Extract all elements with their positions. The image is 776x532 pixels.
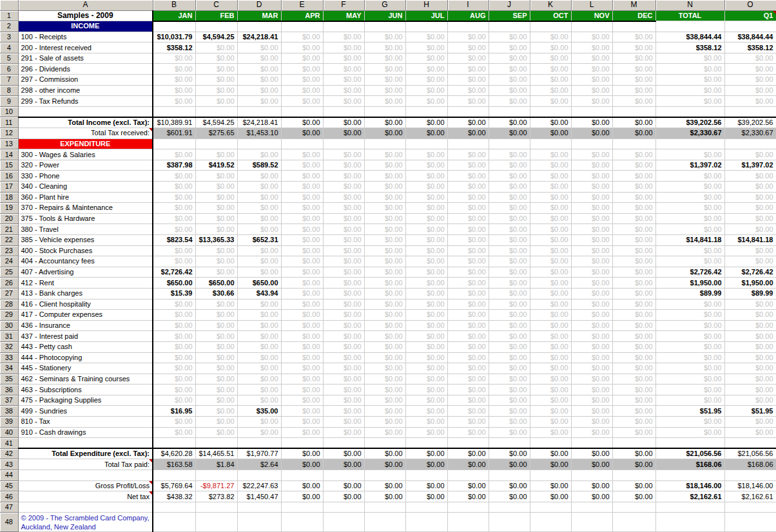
cell-F6[interactable]: $0.00 xyxy=(323,64,364,75)
cell-D35[interactable]: $0.00 xyxy=(237,374,281,385)
cell-M33[interactable]: $0.00 xyxy=(612,352,655,363)
cell-F31[interactable]: $0.00 xyxy=(323,331,364,342)
cell-M9[interactable]: $0.00 xyxy=(612,96,655,107)
cell-C3[interactable]: $4,594.25 xyxy=(195,32,237,43)
cell-F37[interactable]: $0.00 xyxy=(323,395,364,406)
cell-H26[interactable]: $0.00 xyxy=(405,278,447,289)
cell-N9[interactable]: $0.00 xyxy=(655,96,724,107)
cell-K3[interactable]: $0.00 xyxy=(530,32,571,43)
row-header-1[interactable]: 1 xyxy=(0,10,18,21)
cell-G36[interactable]: $0.00 xyxy=(364,385,405,395)
cell-I45[interactable]: $0.00 xyxy=(447,480,489,491)
cell-J41[interactable] xyxy=(489,438,530,449)
cell-N14[interactable]: $0.00 xyxy=(655,149,724,160)
cell-E31[interactable]: $0.00 xyxy=(281,331,323,342)
cell-H35[interactable]: $0.00 xyxy=(405,374,447,385)
cell-L25[interactable]: $0.00 xyxy=(571,267,612,278)
cell-J12[interactable]: $0.00 xyxy=(489,128,530,139)
cell-H4[interactable]: $0.00 xyxy=(405,43,447,53)
cell-I47[interactable] xyxy=(447,502,489,513)
cell-B24[interactable]: $0.00 xyxy=(153,256,195,267)
cell-C19[interactable]: $0.00 xyxy=(195,203,237,214)
cell-A30[interactable]: 436 - Insurance xyxy=(18,320,153,331)
cell-E14[interactable]: $0.00 xyxy=(281,149,323,160)
cell-M43[interactable]: $0.00 xyxy=(612,459,655,470)
cell-M20[interactable]: $0.00 xyxy=(612,213,655,224)
cell-G16[interactable]: $0.00 xyxy=(364,171,405,182)
row-header-10[interactable]: 10 xyxy=(0,106,18,117)
cell-G39[interactable]: $0.00 xyxy=(364,417,405,428)
cell-J23[interactable]: $0.00 xyxy=(489,245,530,256)
cell-H3[interactable]: $0.00 xyxy=(405,32,447,43)
cell-F32[interactable]: $0.00 xyxy=(323,341,364,352)
cell-B2[interactable] xyxy=(153,21,195,32)
cell-C9[interactable]: $0.00 xyxy=(195,96,237,107)
cell-O18[interactable]: $0.00 xyxy=(724,192,776,203)
cell-C35[interactable]: $0.00 xyxy=(195,374,237,385)
cell-C5[interactable]: $0.00 xyxy=(195,53,237,64)
cell-H6[interactable]: $0.00 xyxy=(405,64,447,75)
cell-E39[interactable]: $0.00 xyxy=(281,417,323,428)
cell-F40[interactable]: $0.00 xyxy=(323,427,364,438)
cell-H34[interactable]: $0.00 xyxy=(405,363,447,374)
cell-B10[interactable] xyxy=(153,106,195,117)
cell-H47[interactable] xyxy=(405,502,447,513)
cell-N35[interactable]: $0.00 xyxy=(655,374,724,385)
cell-D40[interactable]: $0.00 xyxy=(237,427,281,438)
cell-D39[interactable]: $0.00 xyxy=(237,417,281,428)
cell-F11[interactable]: $0.00 xyxy=(323,117,364,128)
row-header-4[interactable]: 4 xyxy=(0,43,18,53)
cell-F8[interactable]: $0.00 xyxy=(323,85,364,96)
cell-C32[interactable]: $0.00 xyxy=(195,341,237,352)
cell-E32[interactable]: $0.00 xyxy=(281,341,323,352)
cell-H15[interactable]: $0.00 xyxy=(405,160,447,171)
cell-C40[interactable]: $0.00 xyxy=(195,427,237,438)
cell-I22[interactable]: $0.00 xyxy=(447,234,489,245)
cell-I6[interactable]: $0.00 xyxy=(447,64,489,75)
cell-A42[interactable]: Total Expenditure (excl. Tax): xyxy=(18,448,153,459)
cell-N30[interactable]: $0.00 xyxy=(655,320,724,331)
cell-F9[interactable]: $0.00 xyxy=(323,96,364,107)
cell-O15[interactable]: $1,397.02 xyxy=(724,160,776,171)
cell-L4[interactable]: $0.00 xyxy=(571,43,612,53)
cell-J28[interactable]: $0.00 xyxy=(489,299,530,310)
cell-E21[interactable]: $0.00 xyxy=(281,224,323,235)
cell-K22[interactable]: $0.00 xyxy=(530,234,571,245)
cell-E34[interactable]: $0.00 xyxy=(281,363,323,374)
cell-A45[interactable]: Gross Profit/Loss xyxy=(18,480,153,491)
cell-C37[interactable]: $0.00 xyxy=(195,395,237,406)
cell-I15[interactable]: $0.00 xyxy=(447,160,489,171)
cell-F16[interactable]: $0.00 xyxy=(323,171,364,182)
cell-F21[interactable]: $0.00 xyxy=(323,224,364,235)
cell-G7[interactable]: $0.00 xyxy=(364,75,405,86)
cell-K13[interactable] xyxy=(530,138,571,149)
cell-L36[interactable]: $0.00 xyxy=(571,385,612,395)
cell-D12[interactable]: $1,453.10 xyxy=(237,128,281,139)
cell-D25[interactable]: $0.00 xyxy=(237,267,281,278)
row-header-14[interactable]: 14 xyxy=(0,149,18,160)
cell-L15[interactable]: $0.00 xyxy=(571,160,612,171)
cell-K17[interactable]: $0.00 xyxy=(530,182,571,193)
cell-J14[interactable]: $0.00 xyxy=(489,149,530,160)
cell-M44[interactable] xyxy=(612,470,655,481)
cell-I33[interactable]: $0.00 xyxy=(447,352,489,363)
row-header-19[interactable]: 19 xyxy=(0,203,18,214)
cell-K11[interactable]: $0.00 xyxy=(530,117,571,128)
cell-I41[interactable] xyxy=(447,438,489,449)
cell-D18[interactable]: $0.00 xyxy=(237,192,281,203)
cell-A31[interactable]: 437 - Interest paid xyxy=(18,331,153,342)
cell-G40[interactable]: $0.00 xyxy=(364,427,405,438)
cell-I35[interactable]: $0.00 xyxy=(447,374,489,385)
row-header-3[interactable]: 3 xyxy=(0,32,18,43)
row-header-13[interactable]: 13 xyxy=(0,138,18,149)
cell-G23[interactable]: $0.00 xyxy=(364,245,405,256)
cell-N23[interactable]: $0.00 xyxy=(655,245,724,256)
cell-M6[interactable]: $0.00 xyxy=(612,64,655,75)
cell-H12[interactable]: $0.00 xyxy=(405,128,447,139)
cell-J35[interactable]: $0.00 xyxy=(489,374,530,385)
cell-B40[interactable]: $0.00 xyxy=(153,427,195,438)
cell-A18[interactable]: 360 - Plant hire xyxy=(18,192,153,203)
cell-A23[interactable]: 400 - Stock Purchases xyxy=(18,245,153,256)
cell-E3[interactable]: $0.00 xyxy=(281,32,323,43)
cell-N2[interactable] xyxy=(655,21,724,32)
